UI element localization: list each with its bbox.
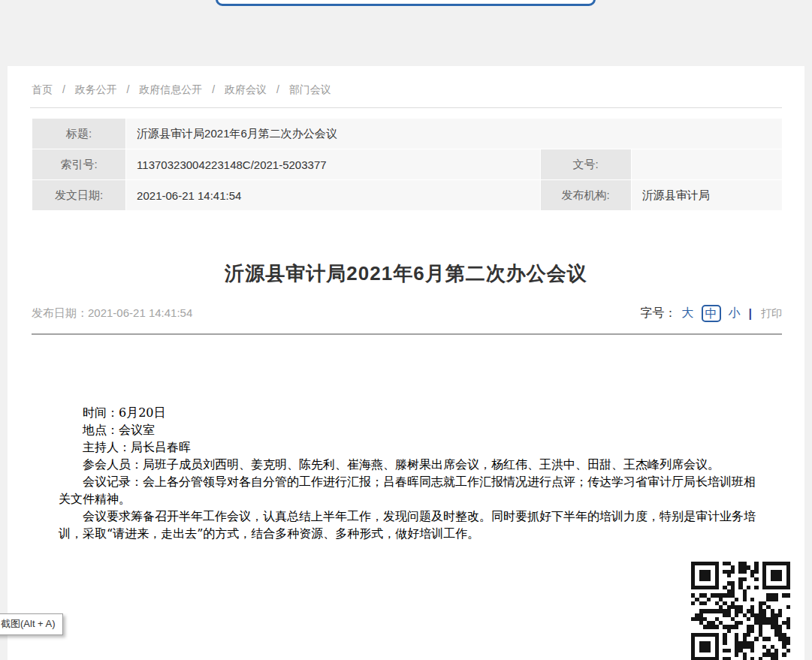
index-number-label: 索引号: xyxy=(32,149,125,179)
publish-date: 发布日期：2021-06-21 14:41:54 xyxy=(32,306,192,321)
breadcrumb-zhengwugongkai[interactable]: 政务公开 xyxy=(75,83,117,95)
breadcrumb-separator: / xyxy=(62,83,65,95)
title-value: 沂源县审计局2021年6月第二次办公会议 xyxy=(126,119,782,149)
article-title: 沂源县审计局2021年6月第二次办公会议 xyxy=(38,261,774,287)
search-box-partial[interactable] xyxy=(216,0,596,6)
issuing-org-value: 沂源县审计局 xyxy=(632,180,782,210)
doc-number-value xyxy=(632,149,782,179)
table-row: 标题: 沂源县审计局2021年6月第二次办公会议 xyxy=(32,119,782,149)
font-size-small-button[interactable]: 小 xyxy=(729,306,741,321)
doc-number-label: 文号: xyxy=(541,149,631,179)
info-table: 标题: 沂源县审计局2021年6月第二次办公会议 索引号: 1137032300… xyxy=(32,118,783,211)
breadcrumb-home[interactable]: 首页 xyxy=(32,83,53,95)
breadcrumb-separator: / xyxy=(276,83,279,95)
breadcrumb-bumenhuiyi-current: 部门会议 xyxy=(289,83,331,95)
breadcrumb-separator: / xyxy=(127,83,130,95)
content-divider xyxy=(32,333,782,335)
publish-date-label: 发布日期： xyxy=(32,306,88,319)
paragraph-host: 主持人：局长吕春晖 xyxy=(59,438,763,456)
font-size-controls: 字号： 大 中 小 | 打印 xyxy=(641,305,782,322)
controls-separator: | xyxy=(749,307,752,321)
article-body: 时间：6月20日 地点：会议室 主持人：局长吕春晖 参会人员：局班子成员刘西明、… xyxy=(59,404,763,542)
table-row: 索引号: 11370323004223148C/2021-5203377 文号: xyxy=(32,149,782,179)
paragraph-time: 时间：6月20日 xyxy=(59,404,763,421)
index-number-value: 11370323004223148C/2021-5203377 xyxy=(126,149,540,179)
paragraph-minutes: 会议记录：会上各分管领导对各自分管的工作进行汇报；吕春晖同志就工作汇报情况进行点… xyxy=(59,473,763,508)
paragraph-requirements: 会议要求筹备召开半年工作会议，认真总结上半年工作，发现问题及时整改。同时要抓好下… xyxy=(59,508,763,542)
breadcrumb-zhengfuhuiyi[interactable]: 政府会议 xyxy=(225,83,267,95)
breadcrumb-zhengfuxinxigongkai[interactable]: 政府信息公开 xyxy=(139,83,202,95)
font-size-label: 字号： xyxy=(641,306,677,321)
publish-date-value: 2021-06-21 14:41:54 xyxy=(88,306,192,319)
font-size-large-button[interactable]: 大 xyxy=(682,306,694,321)
title-label: 标题: xyxy=(32,119,125,149)
qr-code xyxy=(691,562,790,660)
screenshot-tooltip: 截图(Alt + A) xyxy=(0,613,63,635)
issue-date-label: 发文日期: xyxy=(32,180,125,210)
breadcrumb-divider xyxy=(30,107,782,108)
breadcrumb-separator: / xyxy=(212,83,215,95)
content-panel: 首页 / 政务公开 / 政府信息公开 / 政府会议 / 部门会议 标题: 沂源县… xyxy=(8,66,804,660)
print-button[interactable]: 打印 xyxy=(761,307,782,321)
font-size-medium-button[interactable]: 中 xyxy=(702,305,721,322)
issuing-org-label: 发布机构: xyxy=(541,180,631,210)
paragraph-place: 地点：会议室 xyxy=(59,421,763,438)
paragraph-attendees: 参会人员：局班子成员刘西明、姜克明、陈先利、崔海燕、滕树果出席会议，杨红伟、王洪… xyxy=(59,456,763,473)
breadcrumb: 首页 / 政务公开 / 政府信息公开 / 政府会议 / 部门会议 xyxy=(8,66,804,107)
article-meta-bar: 发布日期：2021-06-21 14:41:54 字号： 大 中 小 | 打印 xyxy=(32,305,782,322)
table-row: 发文日期: 2021-06-21 14:41:54 发布机构: 沂源县审计局 xyxy=(32,180,782,210)
page: 首页 / 政务公开 / 政府信息公开 / 政府会议 / 部门会议 标题: 沂源县… xyxy=(0,0,812,660)
issue-date-value: 2021-06-21 14:41:54 xyxy=(126,180,540,210)
